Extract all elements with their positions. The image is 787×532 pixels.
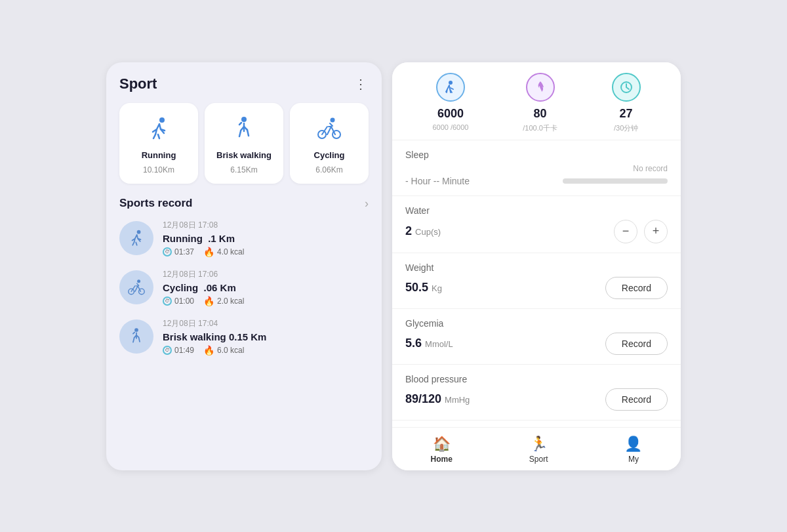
sport-card-walking[interactable]: Brisk walking 6.15Km bbox=[205, 103, 283, 184]
record-stats-2: ⏱ 01:49 🔥 6.0 kcal bbox=[163, 345, 369, 356]
record-avatar-cycling bbox=[119, 270, 153, 304]
glycemia-value: 5.6 Mmol/L bbox=[405, 337, 453, 350]
blood-pressure-record-button[interactable]: Record bbox=[605, 388, 668, 411]
record-title-0: Running .1 Km bbox=[163, 233, 369, 244]
fire-stat-icon bbox=[526, 73, 555, 102]
left-header: Sport ⋮ bbox=[119, 75, 369, 92]
sport-title: Sport bbox=[119, 75, 157, 92]
cycling-icon bbox=[313, 112, 346, 145]
stats-header: 6000 6000 /6000 80 /100.0千卡 bbox=[392, 62, 681, 140]
time-value: 27 bbox=[620, 107, 633, 121]
stat-block-time: 27 /30分钟 bbox=[612, 73, 641, 133]
nav-item-sport[interactable]: 🏃 Sport bbox=[516, 436, 561, 464]
glycemia-label: Glycemia bbox=[405, 318, 668, 329]
water-section: Water 2 Cup(s) − + bbox=[392, 196, 681, 253]
home-icon: 🏠 bbox=[433, 436, 451, 453]
blood-pressure-content: 89/120 MmHg Record bbox=[405, 388, 668, 411]
time-sub: /30分钟 bbox=[614, 123, 638, 133]
cycling-dist: 6.06Km bbox=[315, 165, 342, 174]
water-decrease-button[interactable]: − bbox=[614, 220, 637, 243]
sport-cards-row: Running 10.10Km Brisk walking bbox=[119, 103, 369, 184]
weight-label: Weight bbox=[405, 262, 668, 273]
svg-point-1 bbox=[241, 117, 247, 122]
sports-record-title: Sports record bbox=[119, 197, 192, 210]
steps-icon bbox=[436, 73, 465, 102]
stat-block-steps: 6000 6000 /6000 bbox=[432, 73, 468, 133]
sports-record-header: Sports record › bbox=[119, 197, 369, 211]
running-dist: 10.10Km bbox=[143, 165, 174, 174]
sports-record-chevron[interactable]: › bbox=[365, 197, 369, 211]
bottom-nav: 🏠 Home 🏃 Sport 👤 My bbox=[392, 427, 681, 470]
walking-label: Brisk walking bbox=[216, 150, 272, 160]
health-sections: Sleep No record - Hour -- Minute Water 2… bbox=[392, 140, 681, 427]
record-kcal-0: 🔥 4.0 kcal bbox=[203, 247, 244, 257]
steps-value: 6000 bbox=[437, 107, 464, 121]
blood-pressure-value: 89/120 MmHg bbox=[405, 392, 470, 406]
water-value: 2 Cup(s) bbox=[405, 224, 441, 238]
record-avatar-running bbox=[119, 221, 153, 255]
record-stats-0: ⏱ 01:37 🔥 4.0 kcal bbox=[163, 247, 369, 257]
profile-icon: 👤 bbox=[624, 436, 642, 453]
record-time-1: 12月08日 17:06 bbox=[163, 269, 369, 280]
water-increase-button[interactable]: + bbox=[644, 220, 668, 243]
sleep-content: - Hour -- Minute bbox=[405, 176, 668, 186]
water-controls: − + bbox=[614, 220, 668, 243]
record-info-2: 12月08日 17:04 Brisk walking 0.15 Km ⏱ 01:… bbox=[163, 318, 369, 356]
record-avatar-walking2 bbox=[119, 319, 153, 354]
nav-item-my[interactable]: 👤 My bbox=[611, 436, 655, 464]
nav-item-home[interactable]: 🏠 Home bbox=[417, 436, 465, 464]
blood-pressure-label: Blood pressure bbox=[405, 374, 668, 384]
walking-dist: 6.15Km bbox=[230, 165, 257, 174]
calories-sub: /100.0千卡 bbox=[523, 123, 557, 133]
glycemia-section: Glycemia 5.6 Mmol/L Record bbox=[392, 309, 681, 365]
record-info-1: 12月08日 17:06 Cycling .06 Km ⏱ 01:00 🔥 2.… bbox=[163, 269, 369, 306]
glycemia-content: 5.6 Mmol/L Record bbox=[405, 333, 668, 355]
record-duration-0: ⏱ 01:37 bbox=[163, 247, 194, 256]
health-panel: 6000 6000 /6000 80 /100.0千卡 bbox=[392, 62, 681, 470]
record-item-0: 12月08日 17:08 Running .1 Km ⏱ 01:37 🔥 4.0… bbox=[119, 220, 369, 257]
water-label: Water bbox=[405, 205, 668, 216]
record-title-2: Brisk walking 0.15 Km bbox=[163, 331, 369, 342]
running-icon bbox=[142, 112, 175, 145]
menu-dots-icon[interactable]: ⋮ bbox=[354, 76, 369, 92]
svg-point-10 bbox=[449, 81, 453, 85]
steps-sub: 6000 /6000 bbox=[432, 123, 468, 131]
record-duration-1: ⏱ 01:00 bbox=[163, 297, 194, 306]
svg-point-0 bbox=[159, 117, 165, 123]
record-time-0: 12月08日 17:08 bbox=[163, 220, 369, 231]
weight-value: 50.5 Kg bbox=[405, 281, 442, 295]
weight-content: 50.5 Kg Record bbox=[405, 277, 668, 299]
sleep-no-record: No record bbox=[405, 164, 668, 173]
sleep-section: Sleep No record - Hour -- Minute bbox=[392, 140, 681, 196]
nav-my-label: My bbox=[628, 455, 639, 464]
record-info-0: 12月08日 17:08 Running .1 Km ⏱ 01:37 🔥 4.0… bbox=[163, 220, 369, 257]
sleep-bar bbox=[563, 178, 668, 184]
stat-block-calories: 80 /100.0千卡 bbox=[523, 73, 557, 133]
nav-sport-label: Sport bbox=[529, 455, 548, 464]
weight-section: Weight 50.5 Kg Record bbox=[392, 253, 681, 309]
record-duration-2: ⏱ 01:49 bbox=[163, 346, 194, 355]
record-time-2: 12月08日 17:04 bbox=[163, 318, 369, 329]
svg-point-9 bbox=[134, 328, 138, 332]
record-stats-1: ⏱ 01:00 🔥 2.0 kcal bbox=[163, 296, 369, 306]
blood-pressure-section: Blood pressure 89/120 MmHg Record bbox=[392, 365, 681, 420]
clock-stat-icon bbox=[612, 73, 641, 102]
svg-point-2 bbox=[331, 117, 335, 122]
sport-card-cycling[interactable]: Cycling 6.06Km bbox=[290, 103, 369, 184]
sleep-label: Sleep bbox=[405, 150, 668, 160]
sport-panel: Sport ⋮ Running 10.10Km bbox=[106, 62, 382, 470]
record-kcal-2: 🔥 6.0 kcal bbox=[203, 345, 244, 356]
svg-point-6 bbox=[137, 279, 140, 283]
sport-nav-icon: 🏃 bbox=[530, 436, 548, 453]
glycemia-record-button[interactable]: Record bbox=[605, 333, 668, 355]
app-container: Sport ⋮ Running 10.10Km bbox=[93, 49, 694, 483]
running-label: Running bbox=[142, 150, 176, 160]
record-title-1: Cycling .06 Km bbox=[163, 282, 369, 293]
record-item-1: 12月08日 17:06 Cycling .06 Km ⏱ 01:00 🔥 2.… bbox=[119, 269, 369, 306]
record-item-2: 12月08日 17:04 Brisk walking 0.15 Km ⏱ 01:… bbox=[119, 318, 369, 356]
nav-home-label: Home bbox=[430, 455, 452, 464]
record-kcal-1: 🔥 2.0 kcal bbox=[203, 296, 244, 306]
weight-record-button[interactable]: Record bbox=[605, 277, 668, 299]
walking-icon bbox=[228, 112, 260, 145]
sport-card-running[interactable]: Running 10.10Km bbox=[119, 103, 198, 184]
